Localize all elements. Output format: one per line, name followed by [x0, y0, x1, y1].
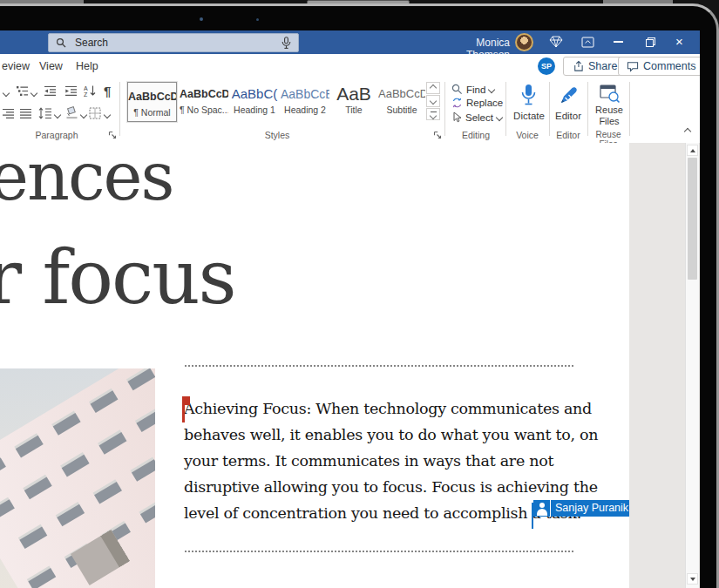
find-button[interactable]: Find: [451, 84, 494, 95]
group-divider: [119, 82, 120, 136]
chevron-down-icon[interactable]: [104, 112, 111, 118]
comments-label: Comments: [643, 60, 695, 72]
styles-gallery-up-button[interactable]: [426, 82, 440, 94]
find-icon: [451, 84, 463, 95]
restore-button[interactable]: [645, 37, 656, 48]
ribbon-display-options-icon[interactable]: [581, 37, 594, 48]
microphone-icon[interactable]: [281, 37, 291, 50]
search-input[interactable]: Search: [48, 33, 299, 52]
dotted-separator-top: [185, 365, 573, 367]
presence-avatar[interactable]: SP: [538, 57, 555, 75]
search-placeholder: Search: [75, 37, 281, 49]
scroll-up-button[interactable]: [687, 145, 698, 156]
align-right-icon[interactable]: [2, 108, 15, 119]
tab-review-partial[interactable]: eview: [2, 60, 30, 72]
editor-pen-icon[interactable]: [559, 84, 579, 105]
chevron-down-icon[interactable]: [54, 112, 61, 118]
styles-dialog-launcher-icon[interactable]: [433, 131, 442, 139]
ribbon: A Z ¶: [0, 78, 700, 144]
comment-icon: [627, 61, 639, 72]
document-heading-line2: r focus: [0, 233, 235, 321]
svg-text:A: A: [84, 85, 88, 91]
group-divider: [505, 82, 506, 136]
sort-icon[interactable]: A Z: [84, 84, 97, 97]
chevron-down-icon[interactable]: [3, 90, 10, 97]
paragraph-dialog-launcher-icon[interactable]: [108, 131, 117, 139]
editing-group-label: Editing: [446, 130, 505, 140]
word-window: Search Monica Thomson: [0, 30, 700, 588]
voice-group-label: Voice: [507, 130, 547, 140]
person-icon: [533, 500, 550, 517]
borders-icon[interactable]: [89, 107, 101, 119]
dictate-microphone-icon[interactable]: [519, 84, 538, 107]
paragraph-group-label: Paragraph: [0, 130, 113, 140]
editor-button[interactable]: Editor: [550, 111, 587, 121]
document-canvas[interactable]: ences r focus Achieving Focus: When tech…: [0, 143, 700, 588]
group-divider: [444, 82, 445, 136]
chevron-down-icon[interactable]: [80, 112, 87, 118]
share-icon: [572, 60, 584, 72]
reuse-files-button-line2[interactable]: Files: [591, 116, 627, 126]
chevron-down-icon[interactable]: [31, 90, 37, 97]
chevron-down-icon: [496, 113, 503, 120]
scrollbar-thumb[interactable]: [688, 158, 697, 280]
show-formatting-marks-icon[interactable]: ¶: [104, 84, 111, 98]
reuse-files-icon[interactable]: [599, 84, 621, 104]
share-button[interactable]: Share: [563, 57, 626, 76]
title-bar: Search Monica Thomson: [0, 30, 700, 54]
comments-button[interactable]: Comments: [618, 57, 700, 76]
style-subtitle[interactable]: AaBbCcD Subtitle: [378, 82, 425, 122]
svg-text:Z: Z: [84, 91, 88, 97]
styles-group-label: Styles: [127, 130, 427, 140]
premium-gem-icon[interactable]: [549, 36, 563, 48]
device-sensor-dot: [256, 18, 259, 21]
dotted-separator-bottom: [185, 551, 573, 552]
collaborator-flag[interactable]: Sanjay Puranik: [533, 500, 629, 517]
multilevel-list-icon[interactable]: [16, 85, 29, 97]
collaborator-cursor-red: [182, 396, 185, 422]
style-title[interactable]: AaB Title: [331, 82, 376, 122]
styles-gallery-down-button[interactable]: [426, 95, 440, 107]
document-image-building: [0, 368, 155, 588]
style-normal[interactable]: AaBbCcDd ¶ Normal: [127, 82, 177, 122]
close-button[interactable]: ×: [675, 35, 683, 48]
justify-icon[interactable]: [19, 108, 32, 119]
editor-group-label: Editor: [549, 130, 587, 140]
document-heading-line1: ences: [0, 143, 173, 215]
reuse-files-button[interactable]: Reuse: [591, 105, 627, 115]
group-divider: [549, 82, 550, 136]
dictate-button[interactable]: Dictate: [509, 111, 549, 121]
avatar[interactable]: [515, 33, 533, 51]
shading-icon[interactable]: [64, 106, 79, 119]
minimize-button[interactable]: [614, 41, 623, 43]
share-label: Share: [588, 60, 617, 72]
select-button[interactable]: Select: [451, 112, 502, 123]
ribbon-tab-row: eview View Help SP Share Comments: [0, 54, 700, 78]
scroll-down-button[interactable]: [687, 573, 698, 585]
tab-help[interactable]: Help: [76, 60, 98, 72]
tab-view[interactable]: View: [39, 60, 63, 72]
collaborator-name: Sanjay Puranik: [550, 500, 629, 517]
styles-gallery-more-button[interactable]: [426, 108, 440, 120]
group-divider: [587, 82, 588, 136]
replace-button[interactable]: Replace: [451, 98, 503, 108]
collapse-ribbon-icon[interactable]: [684, 128, 691, 135]
line-spacing-icon[interactable]: [38, 107, 52, 119]
increase-indent-icon[interactable]: [64, 85, 78, 97]
search-icon: [56, 37, 66, 48]
style-heading-1[interactable]: AaBbC( Heading 1: [230, 82, 279, 122]
group-divider: [629, 82, 630, 136]
screenshot-root: Search Monica Thomson: [0, 0, 719, 588]
decrease-indent-icon[interactable]: [44, 85, 57, 97]
document-page[interactable]: ences r focus Achieving Focus: When tech…: [0, 143, 629, 588]
device-camera-dot: [200, 17, 203, 21]
style-heading-2[interactable]: AaBbCcE Heading 2: [281, 82, 329, 122]
style-no-spacing[interactable]: AaBbCcDd ¶ No Spac...: [180, 82, 228, 122]
select-cursor-icon: [451, 112, 462, 123]
vertical-scrollbar[interactable]: [685, 143, 699, 588]
replace-icon: [451, 98, 463, 108]
chevron-down-icon: [488, 85, 495, 92]
